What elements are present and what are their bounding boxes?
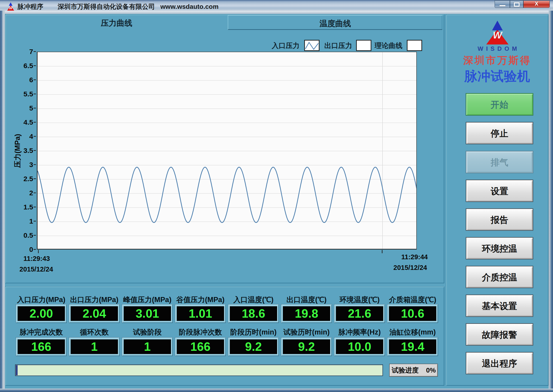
svg-text:W: W xyxy=(9,6,13,10)
svg-text:W: W xyxy=(493,30,503,41)
